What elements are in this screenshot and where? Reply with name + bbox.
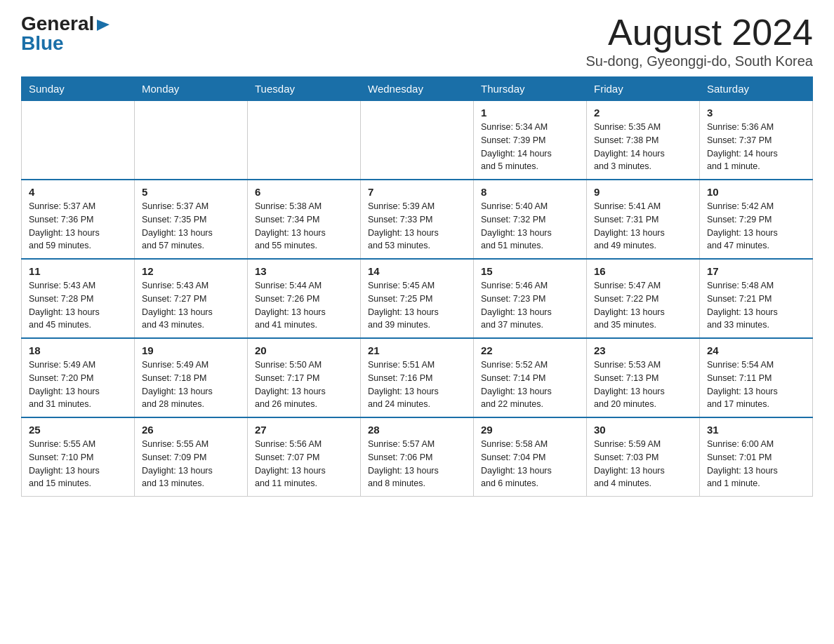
calendar-cell: 30Sunrise: 5:59 AMSunset: 7:03 PMDayligh… [587,417,700,497]
calendar-cell: 15Sunrise: 5:46 AMSunset: 7:23 PMDayligh… [474,259,587,338]
day-info: Sunrise: 5:37 AMSunset: 7:36 PMDaylight:… [29,200,127,253]
day-info: Sunrise: 5:57 AMSunset: 7:06 PMDaylight:… [368,438,466,490]
calendar-cell: 27Sunrise: 5:56 AMSunset: 7:07 PMDayligh… [248,417,361,497]
day-info: Sunrise: 5:36 AMSunset: 7:37 PMDaylight:… [707,121,805,173]
calendar-cell: 18Sunrise: 5:49 AMSunset: 7:20 PMDayligh… [22,338,135,417]
weekday-header-monday: Monday [135,77,248,101]
day-number: 19 [142,344,240,356]
calendar-week-1: 1Sunrise: 5:34 AMSunset: 7:39 PMDaylight… [22,101,813,180]
day-info: Sunrise: 5:40 AMSunset: 7:32 PMDaylight:… [481,200,579,253]
calendar-cell: 12Sunrise: 5:43 AMSunset: 7:27 PMDayligh… [135,259,248,338]
day-number: 7 [368,186,466,198]
day-info: Sunrise: 5:56 AMSunset: 7:07 PMDaylight:… [255,438,353,490]
day-number: 8 [481,186,579,198]
calendar-cell: 10Sunrise: 5:42 AMSunset: 7:29 PMDayligh… [700,180,813,259]
day-number: 18 [29,344,127,356]
day-number: 6 [255,186,353,198]
day-number: 30 [594,424,692,436]
day-number: 27 [255,424,353,436]
day-number: 15 [481,265,579,277]
calendar-week-2: 4Sunrise: 5:37 AMSunset: 7:36 PMDaylight… [22,180,813,259]
calendar-week-3: 11Sunrise: 5:43 AMSunset: 7:28 PMDayligh… [22,259,813,338]
calendar-cell: 1Sunrise: 5:34 AMSunset: 7:39 PMDaylight… [474,101,587,180]
day-number: 24 [707,344,805,356]
day-info: Sunrise: 5:39 AMSunset: 7:33 PMDaylight:… [368,200,466,253]
day-info: Sunrise: 5:37 AMSunset: 7:35 PMDaylight:… [142,200,240,253]
location-text: Su-dong, Gyeonggi-do, South Korea [585,53,813,69]
calendar-week-4: 18Sunrise: 5:49 AMSunset: 7:20 PMDayligh… [22,338,813,417]
day-number: 2 [594,107,692,119]
calendar-cell: 6Sunrise: 5:38 AMSunset: 7:34 PMDaylight… [248,180,361,259]
day-info: Sunrise: 5:59 AMSunset: 7:03 PMDaylight:… [594,438,692,490]
day-number: 22 [481,344,579,356]
day-info: Sunrise: 5:49 AMSunset: 7:20 PMDaylight:… [29,358,127,411]
day-info: Sunrise: 5:51 AMSunset: 7:16 PMDaylight:… [368,358,466,411]
logo-blue-text: Blue [21,34,64,53]
day-info: Sunrise: 5:45 AMSunset: 7:25 PMDaylight:… [368,279,466,332]
day-number: 10 [707,186,805,198]
calendar-cell: 23Sunrise: 5:53 AMSunset: 7:13 PMDayligh… [587,338,700,417]
calendar-cell: 21Sunrise: 5:51 AMSunset: 7:16 PMDayligh… [361,338,474,417]
calendar-cell [22,101,135,180]
calendar-cell [361,101,474,180]
day-number: 28 [368,424,466,436]
calendar-cell: 17Sunrise: 5:48 AMSunset: 7:21 PMDayligh… [700,259,813,338]
calendar-week-5: 25Sunrise: 5:55 AMSunset: 7:10 PMDayligh… [22,417,813,497]
calendar-cell: 20Sunrise: 5:50 AMSunset: 7:17 PMDayligh… [248,338,361,417]
calendar-cell: 26Sunrise: 5:55 AMSunset: 7:09 PMDayligh… [135,417,248,497]
calendar-cell: 19Sunrise: 5:49 AMSunset: 7:18 PMDayligh… [135,338,248,417]
calendar-cell: 13Sunrise: 5:44 AMSunset: 7:26 PMDayligh… [248,259,361,338]
day-info: Sunrise: 5:42 AMSunset: 7:29 PMDaylight:… [707,200,805,253]
day-info: Sunrise: 5:46 AMSunset: 7:23 PMDaylight:… [481,279,579,332]
calendar-cell [248,101,361,180]
logo-general-text: General [21,14,94,34]
calendar-cell: 25Sunrise: 5:55 AMSunset: 7:10 PMDayligh… [22,417,135,497]
day-number: 14 [368,265,466,277]
weekday-header-wednesday: Wednesday [361,77,474,101]
day-number: 21 [368,344,466,356]
day-info: Sunrise: 5:43 AMSunset: 7:28 PMDaylight:… [29,279,127,332]
day-info: Sunrise: 5:50 AMSunset: 7:17 PMDaylight:… [255,358,353,411]
calendar-cell: 5Sunrise: 5:37 AMSunset: 7:35 PMDaylight… [135,180,248,259]
day-info: Sunrise: 6:00 AMSunset: 7:01 PMDaylight:… [707,438,805,490]
calendar-cell: 28Sunrise: 5:57 AMSunset: 7:06 PMDayligh… [361,417,474,497]
day-info: Sunrise: 5:53 AMSunset: 7:13 PMDaylight:… [594,358,692,411]
weekday-header-friday: Friday [587,77,700,101]
calendar-cell: 22Sunrise: 5:52 AMSunset: 7:14 PMDayligh… [474,338,587,417]
day-number: 20 [255,344,353,356]
calendar-cell [135,101,248,180]
weekday-header-thursday: Thursday [474,77,587,101]
title-block: August 2024 Su-dong, Gyeonggi-do, South … [585,14,813,69]
calendar-cell: 14Sunrise: 5:45 AMSunset: 7:25 PMDayligh… [361,259,474,338]
calendar-cell: 29Sunrise: 5:58 AMSunset: 7:04 PMDayligh… [474,417,587,497]
month-title: August 2024 [585,14,813,51]
logo-arrow-icon [95,17,111,32]
day-info: Sunrise: 5:58 AMSunset: 7:04 PMDaylight:… [481,438,579,490]
svg-marker-0 [97,20,110,31]
weekday-header-saturday: Saturday [700,77,813,101]
day-number: 13 [255,265,353,277]
day-info: Sunrise: 5:52 AMSunset: 7:14 PMDaylight:… [481,358,579,411]
calendar-cell: 8Sunrise: 5:40 AMSunset: 7:32 PMDaylight… [474,180,587,259]
day-info: Sunrise: 5:55 AMSunset: 7:09 PMDaylight:… [142,438,240,490]
day-number: 12 [142,265,240,277]
day-info: Sunrise: 5:54 AMSunset: 7:11 PMDaylight:… [707,358,805,411]
day-number: 4 [29,186,127,198]
day-info: Sunrise: 5:43 AMSunset: 7:27 PMDaylight:… [142,279,240,332]
day-number: 9 [594,186,692,198]
calendar-cell: 7Sunrise: 5:39 AMSunset: 7:33 PMDaylight… [361,180,474,259]
calendar-cell: 31Sunrise: 6:00 AMSunset: 7:01 PMDayligh… [700,417,813,497]
day-number: 3 [707,107,805,119]
calendar-table: SundayMondayTuesdayWednesdayThursdayFrid… [21,76,813,497]
day-number: 29 [481,424,579,436]
weekday-header-sunday: Sunday [22,77,135,101]
day-info: Sunrise: 5:38 AMSunset: 7:34 PMDaylight:… [255,200,353,253]
day-number: 23 [594,344,692,356]
weekday-header-tuesday: Tuesday [248,77,361,101]
day-number: 31 [707,424,805,436]
day-number: 16 [594,265,692,277]
weekday-header-row: SundayMondayTuesdayWednesdayThursdayFrid… [22,77,813,101]
day-number: 25 [29,424,127,436]
page-header: General Blue August 2024 Su-dong, Gyeong… [21,14,813,69]
logo: General Blue [21,14,111,53]
